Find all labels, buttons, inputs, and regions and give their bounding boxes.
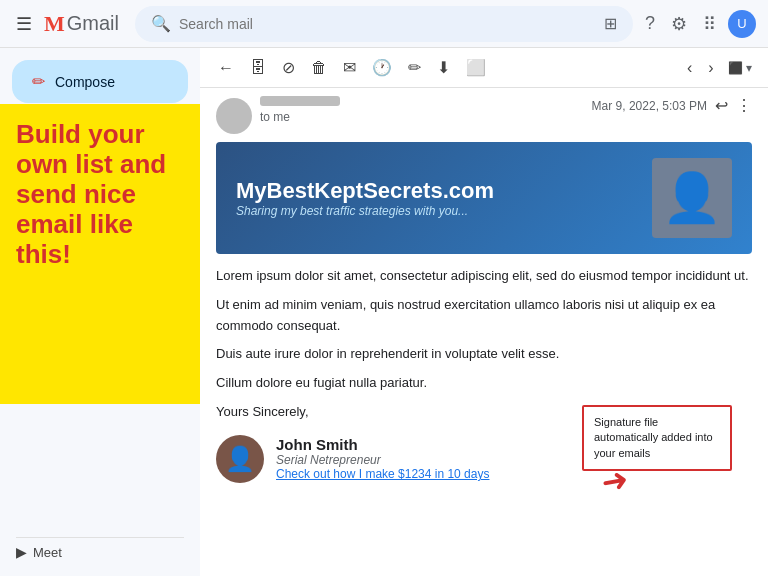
gmail-logo: M Gmail [44, 11, 119, 37]
sender-name-bar [260, 96, 340, 106]
body-p2: Ut enim ad minim veniam, quis nostrud ex… [216, 295, 752, 337]
edit-icon[interactable]: ✏ [402, 54, 427, 81]
yellow-overlay: Build your own list and send nice email … [0, 104, 200, 404]
gmail-m-icon: M [44, 11, 65, 37]
compose-button[interactable]: ✏ Compose [12, 60, 188, 103]
menu-icon[interactable]: ☰ [12, 9, 36, 39]
main-layout: ✏ Compose Mail 📥 Inbox 3 🕐 Snoozed ℹ 21 [0, 48, 768, 576]
search-input[interactable] [179, 16, 596, 32]
meet-section: ▶ Meet [0, 537, 200, 560]
banner-subtitle: Sharing my best traffic strategies with … [236, 204, 494, 218]
sig-link[interactable]: Check out how I make $1234 in 10 days [276, 467, 489, 481]
email-header-row: to me Mar 9, 2022, 5:03 PM ↩ ⋮ [216, 96, 752, 134]
view-toggle[interactable]: ⬛ ▾ [724, 61, 756, 75]
sig-callout: Signature file automatically added into … [582, 405, 732, 471]
email-to: to me [260, 110, 584, 124]
sig-name: John Smith [276, 436, 489, 453]
search-icon: 🔍 [151, 14, 171, 33]
email-area: ← 🗄 ⊘ 🗑 ✉ 🕐 ✏ ⬇ ⬜ ‹ › ⬛ ▾ [200, 48, 768, 576]
search-bar[interactable]: 🔍 ⊞ [135, 6, 633, 42]
banner-person-image: 👤 [652, 158, 732, 238]
email-view: to me Mar 9, 2022, 5:03 PM ↩ ⋮ MyBestKep… [200, 88, 768, 576]
apps-icon[interactable]: ⠿ [699, 9, 720, 39]
body-p4: Cillum dolore eu fugiat nulla pariatur. [216, 373, 752, 394]
email-toolbar: ← 🗄 ⊘ 🗑 ✉ 🕐 ✏ ⬇ ⬜ ‹ › ⬛ ▾ [200, 48, 768, 88]
body-p3: Duis aute irure dolor in reprehenderit i… [216, 344, 752, 365]
app-header: ☰ M Gmail 🔍 ⊞ ? ⚙ ⠿ U [0, 0, 768, 48]
snooze-icon[interactable]: 🕐 [366, 54, 398, 81]
next-page-icon[interactable]: › [702, 55, 719, 81]
meet-row[interactable]: ▶ Meet [16, 537, 184, 560]
settings-icon[interactable]: ⚙ [667, 9, 691, 39]
yellow-text: Build your own list and send nice email … [16, 120, 194, 269]
help-icon[interactable]: ? [641, 9, 659, 38]
envelope-icon[interactable]: ✉ [337, 54, 362, 81]
download-icon[interactable]: ⬇ [431, 54, 456, 81]
archive-icon[interactable]: 🗄 [244, 55, 272, 81]
sig-avatar: 👤 [216, 435, 264, 483]
filter-icon[interactable]: ⊞ [604, 14, 617, 33]
sig-info: John Smith Serial Netrepreneur Check out… [276, 436, 489, 481]
reply-icon[interactable]: ↩ [715, 96, 728, 115]
chevron-right-icon: ▶ [16, 544, 27, 560]
header-actions: ? ⚙ ⠿ U [641, 9, 756, 39]
sender-name [260, 96, 584, 106]
spam-icon[interactable]: ⊘ [276, 54, 301, 81]
email-body: Lorem ipsum dolor sit amet, consectetur … [216, 266, 752, 423]
avatar[interactable]: U [728, 10, 756, 38]
sender-avatar [216, 98, 252, 134]
toolbar-right: ‹ › ⬛ ▾ [681, 55, 756, 81]
banner-text: MyBestKeptSecrets.com Sharing my best tr… [236, 178, 494, 218]
compose-icon: ✏ [32, 72, 45, 91]
meet-label: Meet [33, 545, 62, 560]
gmail-text: Gmail [67, 12, 119, 35]
sig-title: Serial Netrepreneur [276, 453, 489, 467]
popout-icon[interactable]: ⬜ [460, 54, 492, 81]
email-meta: to me [260, 96, 584, 124]
email-date-row: Mar 9, 2022, 5:03 PM ↩ ⋮ [592, 96, 752, 115]
person-icon: 👤 [662, 170, 722, 226]
prev-page-icon[interactable]: ‹ [681, 55, 698, 81]
banner-title: MyBestKeptSecrets.com [236, 178, 494, 204]
body-p1: Lorem ipsum dolor sit amet, consectetur … [216, 266, 752, 287]
compose-label: Compose [55, 74, 115, 90]
sig-callout-wrapper: Signature file automatically added into … [582, 405, 732, 501]
email-banner: MyBestKeptSecrets.com Sharing my best tr… [216, 142, 752, 254]
email-date: Mar 9, 2022, 5:03 PM [592, 99, 707, 113]
back-icon[interactable]: ← [212, 55, 240, 81]
sidebar: ✏ Compose Mail 📥 Inbox 3 🕐 Snoozed ℹ 21 [0, 48, 200, 576]
signature-wrapper: 👤 John Smith Serial Netrepreneur Check o… [216, 435, 752, 483]
delete-icon[interactable]: 🗑 [305, 55, 333, 81]
more-options-icon[interactable]: ⋮ [736, 96, 752, 115]
